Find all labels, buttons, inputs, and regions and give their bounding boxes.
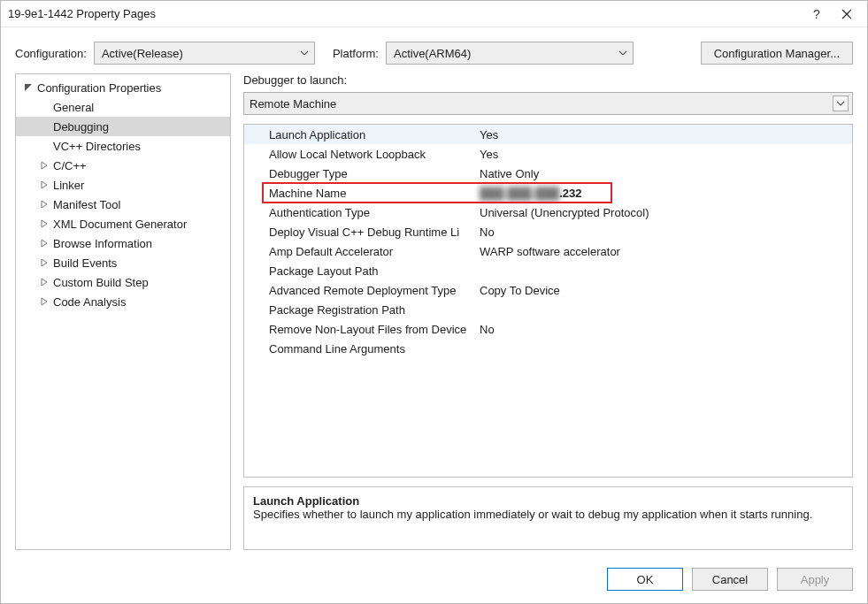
property-pages-dialog: 19-9e1-1442 Property Pages ? Configurati… bbox=[0, 0, 868, 604]
platform-label: Platform: bbox=[333, 47, 379, 60]
expand-icon[interactable] bbox=[37, 294, 51, 309]
tree-item-label: Code Analysis bbox=[51, 295, 126, 309]
debugger-to-launch-select[interactable]: Remote Machine bbox=[243, 92, 853, 115]
expand-icon[interactable] bbox=[37, 197, 51, 211]
property-value[interactable]: ███.███.███.232 bbox=[474, 183, 852, 203]
chevron-down-icon bbox=[833, 96, 849, 111]
ok-button[interactable]: OK bbox=[607, 568, 683, 591]
property-value[interactable]: No bbox=[474, 319, 852, 339]
tree-item-label: Manifest Tool bbox=[51, 198, 120, 211]
property-row[interactable]: Remove Non-Layout Files from DeviceNo bbox=[244, 319, 852, 339]
tree-item[interactable]: VC++ Directories bbox=[16, 136, 230, 156]
nav-tree[interactable]: Configuration PropertiesGeneralDebugging… bbox=[15, 73, 231, 550]
platform-value: Active(ARM64) bbox=[394, 47, 471, 60]
help-button[interactable]: ? bbox=[802, 4, 832, 25]
property-label: Package Layout Path bbox=[244, 261, 474, 280]
tree-item-label: Custom Build Step bbox=[51, 276, 149, 289]
expand-icon[interactable] bbox=[37, 217, 51, 231]
expand-icon[interactable] bbox=[37, 236, 51, 250]
property-label: Deploy Visual C++ Debug Runtime Li bbox=[244, 222, 474, 241]
tree-item[interactable]: Linker bbox=[16, 175, 230, 195]
tree-item-label: Debugging bbox=[51, 120, 109, 134]
description-title: Launch Application bbox=[253, 494, 843, 508]
property-grid[interactable]: Launch ApplicationYesAllow Local Network… bbox=[243, 124, 853, 478]
tree-item[interactable]: Custom Build Step bbox=[16, 272, 230, 292]
property-value[interactable]: Yes bbox=[474, 125, 852, 144]
property-value[interactable]: Universal (Unencrypted Protocol) bbox=[474, 203, 852, 222]
tree-item-label: Build Events bbox=[51, 256, 117, 270]
tree-item[interactable]: Manifest Tool bbox=[16, 195, 230, 214]
close-button[interactable] bbox=[832, 4, 862, 25]
tree-item-label: General bbox=[51, 101, 94, 114]
property-row[interactable]: Deploy Visual C++ Debug Runtime LiNo bbox=[244, 222, 852, 241]
property-label: Allow Local Network Loopback bbox=[244, 144, 474, 164]
property-label: Launch Application bbox=[244, 125, 474, 144]
property-row[interactable]: Package Registration Path bbox=[244, 300, 852, 319]
expand-icon[interactable] bbox=[37, 256, 51, 270]
expand-icon[interactable] bbox=[37, 275, 51, 289]
property-row[interactable]: Authentication TypeUniversal (Unencrypte… bbox=[244, 203, 852, 222]
collapse-icon[interactable] bbox=[21, 80, 35, 95]
tree-item[interactable]: XML Document Generator bbox=[16, 214, 230, 233]
apply-button[interactable]: Apply bbox=[777, 568, 853, 591]
tree-item[interactable]: Configuration Properties bbox=[16, 78, 230, 97]
property-value[interactable]: No bbox=[474, 222, 852, 241]
property-label: Authentication Type bbox=[244, 203, 474, 222]
property-label: Amp Default Accelerator bbox=[244, 241, 474, 261]
tree-item-label: C/C++ bbox=[51, 159, 87, 172]
chevron-down-icon bbox=[618, 49, 627, 57]
tree-item-label: Configuration Properties bbox=[35, 81, 161, 95]
property-row[interactable]: Debugger TypeNative Only bbox=[244, 164, 852, 183]
property-row[interactable]: Amp Default AcceleratorWARP software acc… bbox=[244, 241, 852, 261]
tree-item[interactable]: Browse Information bbox=[16, 233, 230, 253]
tree-item-label: Linker bbox=[51, 179, 84, 192]
property-row[interactable]: Advanced Remote Deployment TypeCopy To D… bbox=[244, 280, 852, 300]
property-value[interactable]: Native Only bbox=[474, 164, 852, 183]
configuration-select[interactable]: Active(Release) bbox=[94, 42, 315, 65]
property-label: Command Line Arguments bbox=[244, 339, 474, 358]
description-panel: Launch Application Specifies whether to … bbox=[243, 486, 853, 550]
dialog-footer: OK Cancel Apply bbox=[1, 559, 867, 603]
debugger-to-launch-label: Debugger to launch: bbox=[243, 73, 853, 87]
property-value[interactable]: Yes bbox=[474, 144, 852, 164]
property-value[interactable] bbox=[474, 339, 852, 358]
tree-item-label: XML Document Generator bbox=[51, 218, 187, 231]
property-label: Machine Name bbox=[244, 183, 474, 203]
property-value[interactable]: Copy To Device bbox=[474, 280, 852, 300]
cancel-button[interactable]: Cancel bbox=[692, 568, 768, 591]
platform-select[interactable]: Active(ARM64) bbox=[386, 42, 634, 65]
tree-item[interactable]: General bbox=[16, 97, 230, 117]
titlebar: 19-9e1-1442 Property Pages ? bbox=[1, 1, 867, 27]
property-label: Debugger Type bbox=[244, 164, 474, 183]
chevron-down-icon bbox=[300, 49, 309, 57]
property-label: Advanced Remote Deployment Type bbox=[244, 280, 474, 300]
property-value[interactable]: WARP software accelerator bbox=[474, 241, 852, 261]
property-value[interactable] bbox=[474, 261, 852, 280]
tree-item[interactable]: Debugging bbox=[16, 117, 230, 136]
expand-icon[interactable] bbox=[37, 158, 51, 172]
expand-icon[interactable] bbox=[37, 178, 51, 192]
property-row[interactable]: Command Line Arguments bbox=[244, 339, 852, 358]
property-row[interactable]: Machine Name███.███.███.232 bbox=[244, 183, 852, 203]
tree-item-label: VC++ Directories bbox=[51, 140, 141, 153]
tree-item[interactable]: Build Events bbox=[16, 253, 230, 272]
tree-item[interactable]: C/C++ bbox=[16, 156, 230, 175]
close-icon bbox=[841, 9, 852, 19]
property-row[interactable]: Allow Local Network LoopbackYes bbox=[244, 144, 852, 164]
property-label: Package Registration Path bbox=[244, 300, 474, 319]
window-title: 19-9e1-1442 Property Pages bbox=[8, 7, 802, 20]
description-body: Specifies whether to launch my applicati… bbox=[253, 508, 843, 521]
debugger-to-launch-value: Remote Machine bbox=[250, 97, 336, 111]
property-row[interactable]: Launch ApplicationYes bbox=[244, 125, 852, 144]
tree-item[interactable]: Code Analysis bbox=[16, 292, 230, 311]
tree-item-label: Browse Information bbox=[51, 237, 152, 250]
configuration-manager-button[interactable]: Configuration Manager... bbox=[701, 42, 853, 65]
configuration-label: Configuration: bbox=[15, 47, 87, 60]
toolbar: Configuration: Active(Release) Platform:… bbox=[1, 27, 867, 73]
property-label: Remove Non-Layout Files from Device bbox=[244, 319, 474, 339]
configuration-value: Active(Release) bbox=[102, 47, 183, 60]
property-row[interactable]: Package Layout Path bbox=[244, 261, 852, 280]
property-value[interactable] bbox=[474, 300, 852, 319]
